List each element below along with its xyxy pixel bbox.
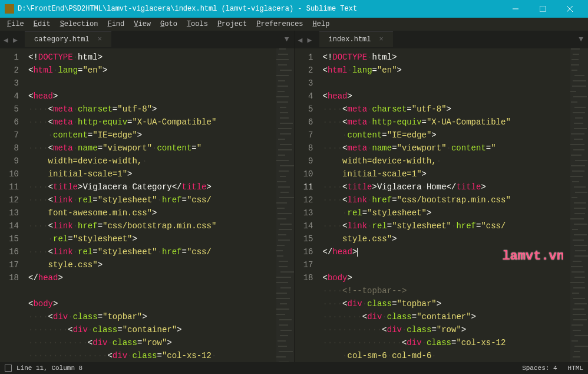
menu-goto[interactable]: Goto <box>156 18 182 30</box>
code-area[interactable]: <!DOCTYPE·html><html·lang="en"> <head>··… <box>323 48 564 362</box>
code-line[interactable]: ····<div·class="topbar"> <box>323 297 564 310</box>
status-spaces[interactable]: Spaces: 4 <box>522 365 557 372</box>
code-line[interactable]: ············<div·class="row"> <box>28 336 269 349</box>
menu-edit[interactable]: Edit <box>29 18 55 30</box>
maximize-button[interactable] <box>529 0 556 18</box>
code-line[interactable]: ········<div·class="container"> <box>323 310 564 323</box>
menu-selection[interactable]: Selection <box>55 18 103 30</box>
tab[interactable]: category.html× <box>25 31 111 47</box>
code-line[interactable]: width=device-width,· <box>28 155 269 168</box>
svg-rect-1 <box>540 6 546 12</box>
code-line[interactable] <box>323 258 564 271</box>
scrollbar[interactable] <box>563 48 570 362</box>
tab-close-icon[interactable]: × <box>98 35 102 44</box>
editor[interactable]: 123456789101112131415161718<!DOCTYPE·htm… <box>295 48 589 362</box>
code-line[interactable]: <head> <box>323 90 564 103</box>
code-line[interactable]: ············<div·class="row"> <box>323 323 564 336</box>
editor-pane-1: ◀▶index.html×▼lamvt.vn123456789101112131… <box>295 31 589 362</box>
code-line[interactable]: ····<meta·name="viewport"·content=" <box>323 142 564 155</box>
menu-find[interactable]: Find <box>103 18 129 30</box>
editor-pane-0: ◀▶category.html×▼12345678910111213141516… <box>0 31 295 362</box>
code-line[interactable]: ····<meta·charset="utf-8"> <box>323 103 564 116</box>
statusbar: Line 11, Column 8 Spaces: 4 HTML <box>0 362 588 374</box>
menu-tools[interactable]: Tools <box>182 18 213 30</box>
code-line[interactable]: </head> <box>323 245 564 258</box>
code-line[interactable]: <html·lang="en"> <box>28 64 269 77</box>
code-line[interactable]: ····<meta·name="viewport"·content=" <box>28 142 269 155</box>
tab-prev-icon[interactable]: ◀ <box>298 35 306 44</box>
tabbar: ◀▶index.html×▼ <box>295 31 589 48</box>
code-line[interactable]: <body> <box>323 271 564 284</box>
tab-next-icon[interactable]: ▶ <box>13 35 21 44</box>
tabbar: ◀▶category.html×▼ <box>0 31 294 48</box>
tab-dropdown-icon[interactable]: ▼ <box>280 35 294 44</box>
code-line[interactable]: ·content="IE=edge"> <box>323 129 564 142</box>
code-line[interactable]: ····<link·href="css/bootstrap.min.css" <box>28 219 269 232</box>
code-line[interactable]: initial-scale=1"> <box>323 168 564 181</box>
menu-help[interactable]: Help <box>308 18 335 30</box>
code-line[interactable]: ····<meta·http-equiv="X-UA-Compatible" <box>323 116 564 129</box>
code-line[interactable]: ····<link·rel="stylesheet"·href="css/ <box>323 219 564 232</box>
tab-prev-icon[interactable]: ◀ <box>4 35 12 44</box>
code-line[interactable]: ····<title>Viglacera·Home</title> <box>323 181 564 193</box>
code-line[interactable]: ····<link·href="css/bootstrap.min.css" <box>323 193 564 206</box>
status-icon[interactable] <box>5 365 12 372</box>
gutter: 123456789101112131415161718 <box>0 48 28 362</box>
menu-view[interactable]: View <box>129 18 156 30</box>
code-line[interactable]: ····<div·class="topbar"> <box>28 310 269 323</box>
editor[interactable]: 123456789101112131415161718<!DOCTYPE·htm… <box>0 48 294 362</box>
minimap[interactable] <box>276 48 294 362</box>
tab-next-icon[interactable]: ▶ <box>308 35 316 44</box>
minimap[interactable] <box>570 48 588 362</box>
code-line[interactable]: ········<div·class="container"> <box>28 323 269 336</box>
code-line[interactable]: style.css"> <box>28 258 269 271</box>
menubar: FileEditSelectionFindViewGotoToolsProjec… <box>0 18 588 31</box>
code-line[interactable]: ·content="IE=edge"> <box>28 129 269 142</box>
code-line[interactable]: <html·lang="en"> <box>323 64 564 77</box>
menu-file[interactable]: File <box>2 18 29 30</box>
code-line[interactable]: <!DOCTYPE·html> <box>323 51 564 64</box>
window-title: D:\FrontEnd\PSD2HTML\lamvt-viglacera\ind… <box>18 5 502 13</box>
code-line[interactable]: ················<div·class="col-xs-12· <box>28 349 269 362</box>
code-line[interactable]: style.css"> <box>323 232 564 245</box>
tab-label: category.html <box>34 35 90 44</box>
code-line[interactable]: width=device-width,· <box>323 155 564 168</box>
titlebar: D:\FrontEnd\PSD2HTML\lamvt-viglacera\ind… <box>0 0 588 18</box>
code-line[interactable]: font-awesome.min.css"> <box>28 206 269 219</box>
minimize-button[interactable] <box>502 0 529 18</box>
code-line[interactable]: ····<title>Viglacera·Category</title> <box>28 181 269 193</box>
code-line[interactable] <box>323 77 564 90</box>
code-line[interactable]: ····<meta·charset="utf-8"> <box>28 103 269 116</box>
code-line[interactable]: <body> <box>28 297 269 310</box>
code-line[interactable]: ················<div·class="col-xs-12 <box>323 336 564 349</box>
tab-close-icon[interactable]: × <box>379 35 384 44</box>
status-position: Line 11, Column 8 <box>16 365 82 372</box>
menu-preferences[interactable]: Preferences <box>252 18 308 30</box>
app-icon <box>5 4 14 14</box>
code-line[interactable]: initial-scale=1"> <box>28 168 269 181</box>
code-line[interactable] <box>28 77 269 90</box>
scrollbar[interactable] <box>269 48 276 362</box>
tab-dropdown-icon[interactable]: ▼ <box>574 35 588 44</box>
close-button[interactable] <box>556 0 583 18</box>
code-line[interactable]: ·col-sm-6·col-md-6· <box>323 349 564 362</box>
code-line[interactable]: ····<!--topbar--> <box>323 284 564 297</box>
menu-project[interactable]: Project <box>213 18 252 30</box>
code-line[interactable]: ·rel="stylesheet"> <box>28 232 269 245</box>
code-line[interactable]: ····<meta·http-equiv="X-UA-Compatible" <box>28 116 269 129</box>
code-line[interactable]: <!DOCTYPE·html> <box>28 51 269 64</box>
code-line[interactable]: ····<link·rel="stylesheet"·href="css/ <box>28 245 269 258</box>
tab-label: index.html <box>329 35 371 44</box>
code-area[interactable]: <!DOCTYPE·html><html·lang="en"> <head>··… <box>28 48 269 362</box>
code-line[interactable]: <head> <box>28 90 269 103</box>
code-line[interactable]: ·rel="stylesheet"> <box>323 206 564 219</box>
tab[interactable]: index.html× <box>319 31 393 47</box>
code-line[interactable]: ····<link·rel="stylesheet"·href="css/ <box>28 193 269 206</box>
gutter: 123456789101112131415161718 <box>295 48 323 362</box>
code-line[interactable]: </head> <box>28 271 269 284</box>
status-syntax[interactable]: HTML <box>568 365 583 372</box>
code-line[interactable] <box>28 284 269 297</box>
